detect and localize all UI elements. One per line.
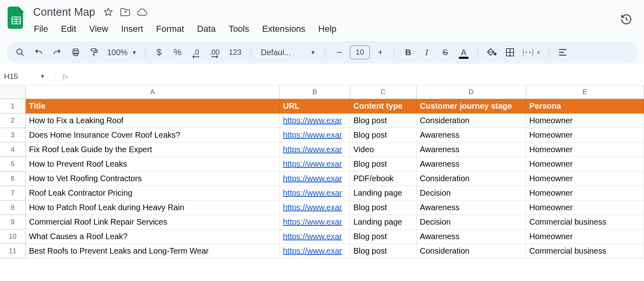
cell-persona[interactable]: Homeowner [526,171,644,186]
table-row[interactable]: 6How to Vet Roofing Contractorshttps://w… [0,171,644,186]
table-row[interactable]: 9Commercial Roof Link Repair Serviceshtt… [0,215,644,229]
cell-stage[interactable]: Awareness [417,128,526,143]
document-title[interactable]: Content Map [31,5,98,19]
borders-button[interactable] [501,44,519,60]
cell-type[interactable]: Landing page [350,215,417,229]
star-icon[interactable] [102,6,115,19]
menu-format[interactable]: Format [151,21,190,37]
print-icon[interactable] [67,44,85,60]
cell-type[interactable]: Blog post [350,244,417,258]
column-header-d[interactable]: D [417,85,526,99]
cell-stage[interactable]: Consideration [417,114,526,128]
column-header-a[interactable]: A [26,85,280,99]
cell-persona[interactable]: Homeowner [526,186,644,200]
row-header[interactable]: 7 [0,186,26,200]
menu-file[interactable]: File [28,21,54,37]
cell-url[interactable]: https://www.exar [280,128,350,143]
cell-title[interactable]: Fix Roof Leak Guide by the Expert [26,143,280,157]
select-all-corner[interactable] [0,85,26,99]
menu-help[interactable]: Help [313,21,342,37]
row-header[interactable]: 11 [0,244,26,258]
name-box[interactable]: H15▼ [4,72,52,81]
increase-font-size-button[interactable]: + [372,44,389,60]
cell-type[interactable]: Landing page [350,186,417,200]
cell-stage[interactable]: Decision [417,186,526,200]
cell-title[interactable]: How to Prevent Roof Leaks [26,157,280,171]
search-icon[interactable] [11,44,29,60]
row-header[interactable]: 8 [0,200,26,215]
table-row[interactable]: 8How to Patch Roof Leak during Heavy Rai… [0,200,644,215]
header-persona[interactable]: Persona [526,99,644,114]
cell-title[interactable]: What Causes a Roof Leak? [26,229,280,244]
header-type[interactable]: Content type [350,99,417,114]
cell-title[interactable]: Does Home Insurance Cover Roof Leaks? [26,128,280,143]
cell-url[interactable]: https://www.exar [280,200,350,215]
table-row[interactable]: 7Roof Leak Contractor Pricinghttps://www… [0,186,644,200]
fill-color-button[interactable] [483,44,500,60]
table-row[interactable]: 2How to Fix a Leaking Roofhttps://www.ex… [0,114,644,128]
cell-stage[interactable]: Awareness [417,143,526,157]
font-family-select[interactable]: Defaul...▼ [256,48,320,57]
menu-view[interactable]: View [83,21,114,37]
row-header[interactable]: 6 [0,171,26,186]
table-row[interactable]: 5How to Prevent Roof Leakshttps://www.ex… [0,157,644,171]
sheets-logo[interactable] [6,6,26,30]
header-title[interactable]: Title [26,99,280,114]
cell-url[interactable]: https://www.exar [280,244,350,258]
italic-button[interactable]: I [418,44,436,60]
header-stage[interactable]: Customer journey stage [417,99,526,114]
cell-stage[interactable]: Awareness [417,229,526,244]
font-size-input[interactable]: 10 [350,45,370,59]
spreadsheet-grid[interactable]: A B C D E 1 Title URL Content type Custo… [0,85,644,258]
cell-type[interactable]: Blog post [350,128,417,143]
zoom-select[interactable]: 100%▼ [104,48,140,57]
undo-icon[interactable] [30,44,47,60]
cell-title[interactable]: Best Roofs to Prevent Leaks and Long-Ter… [26,244,280,258]
menu-edit[interactable]: Edit [55,21,82,37]
cell-url[interactable]: https://www.exar [280,171,350,186]
table-row[interactable]: 11Best Roofs to Prevent Leaks and Long-T… [0,244,644,258]
cell-persona[interactable]: Homeowner [526,114,644,128]
merge-cells-button[interactable]: ▼ [520,44,544,60]
cell-url[interactable]: https://www.exar [280,229,350,244]
row-header[interactable]: 1 [0,99,26,114]
strikethrough-button[interactable]: S [436,44,454,60]
cell-title[interactable]: How to Vet Roofing Contractors [26,171,280,186]
cell-persona[interactable]: Homeowner [526,143,644,157]
text-color-button[interactable]: A [455,44,473,60]
cell-stage[interactable]: Decision [417,215,526,229]
cell-persona[interactable]: Homeowner [526,200,644,215]
cell-title[interactable]: Roof Leak Contractor Pricing [26,186,280,200]
cell-persona[interactable]: Homeowner [526,128,644,143]
cell-type[interactable]: Video [350,143,417,157]
redo-icon[interactable] [48,44,66,60]
cell-persona[interactable]: Homeowner [526,157,644,171]
column-header-b[interactable]: B [280,85,350,99]
menu-tools[interactable]: Tools [223,21,255,37]
cell-stage[interactable]: Awareness [417,200,526,215]
cell-url[interactable]: https://www.exar [280,114,350,128]
menu-extensions[interactable]: Extensions [256,21,311,37]
cell-persona[interactable]: Commercial business [526,215,644,229]
cell-persona[interactable]: Homeowner [526,229,644,244]
cell-type[interactable]: Blog post [350,229,417,244]
cell-url[interactable]: https://www.exar [280,215,350,229]
cell-type[interactable]: PDF/ebook [350,171,417,186]
header-url[interactable]: URL [280,99,350,114]
table-row[interactable]: 3Does Home Insurance Cover Roof Leaks?ht… [0,128,644,143]
decrease-decimal-button[interactable]: .0 [187,44,205,60]
more-formats-button[interactable]: 123 [224,44,246,60]
cell-stage[interactable]: Awareness [417,157,526,171]
increase-decimal-button[interactable]: .00 [206,44,223,60]
table-header-row[interactable]: 1 Title URL Content type Customer journe… [0,99,644,114]
column-header-e[interactable]: E [526,85,644,99]
horizontal-align-button[interactable] [554,44,572,60]
cell-persona[interactable]: Commercial business [526,244,644,258]
table-row[interactable]: 10What Causes a Roof Leak?https://www.ex… [0,229,644,244]
format-percent-button[interactable]: % [169,44,186,60]
cell-title[interactable]: How to Fix a Leaking Roof [26,114,280,128]
paint-format-icon[interactable] [85,44,103,60]
cell-url[interactable]: https://www.exar [280,186,350,200]
row-header[interactable]: 4 [0,143,26,157]
cell-type[interactable]: Blog post [350,200,417,215]
